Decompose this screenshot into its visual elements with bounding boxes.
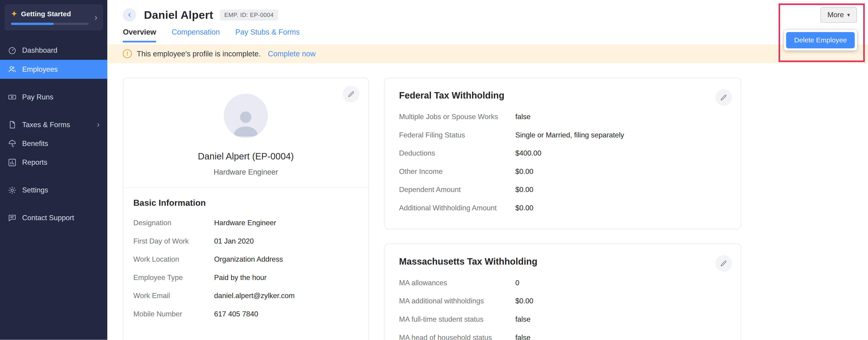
field-label: Work Email	[133, 292, 214, 300]
field-label: Employee Type	[133, 274, 214, 282]
tab-pay-stubs-forms[interactable]: Pay Stubs & Forms	[236, 28, 300, 41]
massachusetts-tax-withholding-card: Massachusetts Tax Withholding MA allowan…	[384, 244, 741, 340]
benefits-icon	[8, 139, 17, 148]
sidebar-item-pay-runs[interactable]: Pay Runs	[0, 87, 107, 106]
more-dropdown: Delete Employee	[784, 30, 857, 51]
tab-compensation[interactable]: Compensation	[172, 28, 220, 41]
chevron-left-icon: ‹	[128, 9, 131, 20]
chevron-right-icon: ›	[94, 12, 97, 23]
pencil-icon	[720, 260, 727, 267]
pencil-icon	[720, 94, 727, 102]
sidebar-item-label: Contact Support	[22, 214, 74, 222]
field-value: Organization Address	[214, 255, 283, 263]
field-row: Deductions $400.00	[399, 149, 726, 158]
field-label: Federal Filing Status	[399, 131, 515, 139]
pay-runs-icon	[8, 92, 17, 102]
edit-profile-button[interactable]	[343, 86, 360, 103]
sidebar-item-label: Pay Runs	[22, 93, 53, 101]
header-actions: More ▾ Delete Employee	[784, 7, 857, 50]
sidebar-item-contact-support[interactable]: Contact Support	[0, 208, 107, 227]
sidebar-item-benefits[interactable]: Benefits	[0, 134, 107, 153]
field-row: Federal Filing Status Single or Married,…	[399, 131, 726, 139]
page-title: Daniel Alpert	[144, 8, 213, 21]
incomplete-profile-banner: ! This employee's profile is incomplete.…	[107, 45, 868, 63]
field-label: Designation	[133, 219, 214, 227]
field-label: Work Location	[133, 255, 214, 263]
getting-started-label: Getting Started	[21, 10, 71, 18]
sparkle-icon: ✦	[11, 10, 17, 18]
field-row: MA head of household status false	[399, 334, 726, 340]
field-label: MA full-time student status	[399, 315, 515, 323]
content-area: Daniel Alpert (EP-0004) Hardware Enginee…	[107, 63, 868, 340]
reports-icon	[8, 158, 17, 167]
field-row: Multiple Jobs or Spouse Works false	[399, 113, 726, 121]
field-row: Additional Withholding Amount $0.00	[399, 204, 726, 212]
field-value: $0.00	[516, 168, 533, 176]
field-label: Multiple Jobs or Spouse Works	[399, 113, 515, 121]
complete-now-link[interactable]: Complete now	[268, 50, 316, 58]
field-value: daniel.alpert@zylker.com	[214, 292, 295, 300]
person-icon	[228, 104, 263, 138]
edit-state-tax-button[interactable]	[715, 255, 732, 272]
field-row: MA additional withholdings $0.00	[399, 297, 726, 305]
field-label: Other Income	[399, 168, 515, 176]
field-row: Work Location Organization Address	[133, 255, 358, 263]
tab-overview[interactable]: Overview	[123, 28, 156, 42]
employee-profile-card: Daniel Alpert (EP-0004) Hardware Enginee…	[123, 78, 369, 340]
field-row: Designation Hardware Engineer	[133, 219, 358, 227]
field-value: $0.00	[516, 204, 533, 212]
sidebar-item-label: Reports	[22, 158, 48, 167]
field-label: Mobile Number	[133, 310, 214, 318]
more-button[interactable]: More ▾	[820, 7, 857, 23]
employee-designation: Hardware Engineer	[123, 168, 368, 176]
field-label: Dependent Amount	[399, 186, 515, 194]
section-title: Basic Information	[133, 198, 358, 208]
contact-support-icon	[8, 214, 17, 223]
getting-started-card[interactable]: ✦ Getting Started ›	[4, 4, 103, 30]
field-label: MA additional withholdings	[399, 297, 515, 305]
field-value: false	[516, 113, 531, 121]
banner-message: This employee's profile is incomplete.	[137, 50, 261, 58]
field-value: Hardware Engineer	[214, 219, 276, 227]
caret-down-icon: ▾	[847, 12, 850, 18]
pencil-icon	[347, 90, 355, 98]
field-label: MA allowances	[399, 279, 515, 287]
sidebar-item-employees[interactable]: Employees	[0, 60, 107, 79]
field-value: 0	[516, 279, 520, 287]
settings-icon	[8, 186, 17, 195]
sidebar-item-taxes-forms[interactable]: Taxes & Forms ›	[0, 115, 107, 134]
field-row: MA full-time student status false	[399, 315, 726, 323]
dashboard-icon	[8, 46, 17, 55]
field-row: Employee Type Paid by the hour	[133, 274, 358, 282]
employee-id-badge: EMP. ID: EP-0004	[220, 9, 278, 20]
sidebar-item-dashboard[interactable]: Dashboard	[0, 41, 107, 60]
field-row: Work Email daniel.alpert@zylker.com	[133, 292, 358, 300]
sidebar-item-reports[interactable]: Reports	[0, 153, 107, 172]
field-value: 01 Jan 2020	[214, 237, 254, 245]
back-button[interactable]: ‹	[123, 8, 136, 22]
field-row: First Day of Work 01 Jan 2020	[133, 237, 358, 245]
field-value: Single or Married, filing separately	[516, 131, 624, 139]
field-label: First Day of Work	[133, 237, 214, 245]
chevron-right-icon: ›	[97, 120, 100, 129]
field-row: MA allowances 0	[399, 279, 726, 287]
field-value: false	[516, 315, 531, 323]
delete-employee-button[interactable]: Delete Employee	[786, 32, 855, 48]
card-title: Federal Tax Withholding	[399, 90, 726, 101]
field-value: 617 405 7840	[214, 310, 258, 318]
sidebar-item-label: Benefits	[22, 140, 48, 148]
main-panel: ‹ Daniel Alpert EMP. ID: EP-0004 More ▾ …	[107, 0, 868, 340]
card-title: Massachusetts Tax Withholding	[399, 256, 726, 267]
sidebar-item-label: Employees	[22, 65, 58, 74]
sidebar-item-settings[interactable]: Settings	[0, 181, 107, 200]
edit-federal-tax-button[interactable]	[715, 89, 732, 106]
field-value: Paid by the hour	[214, 274, 267, 282]
field-value: false	[516, 334, 531, 340]
basic-information-section: Basic Information Designation Hardware E…	[123, 188, 368, 332]
sidebar: ✦ Getting Started › Dashboard Employees	[0, 0, 107, 340]
field-value: $0.00	[516, 186, 533, 194]
tab-bar: Overview Compensation Pay Stubs & Forms	[107, 28, 868, 45]
page-header: ‹ Daniel Alpert EMP. ID: EP-0004	[107, 0, 868, 24]
sidebar-item-label: Dashboard	[22, 46, 57, 55]
field-label: Additional Withholding Amount	[399, 204, 515, 212]
